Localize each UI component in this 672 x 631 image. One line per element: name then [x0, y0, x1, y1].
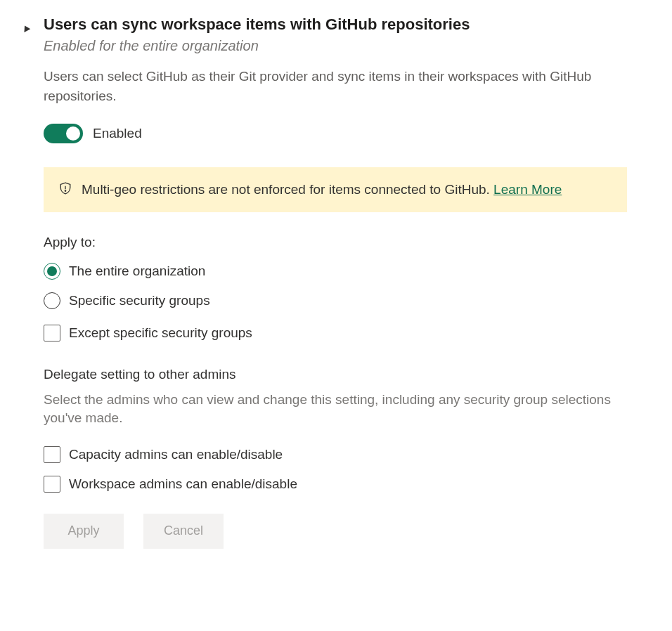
enabled-toggle[interactable] [44, 124, 83, 143]
checkbox-capacity-admins-label: Capacity admins can enable/disable [69, 447, 283, 462]
learn-more-link[interactable]: Learn More [493, 182, 562, 197]
checkbox-except-groups[interactable] [44, 325, 60, 341]
delegate-description: Select the admins who can view and chang… [44, 391, 627, 428]
cancel-button[interactable]: Cancel [143, 514, 224, 549]
delegate-heading: Delegate setting to other admins [44, 367, 651, 382]
enabled-toggle-label: Enabled [93, 126, 142, 141]
apply-to-label: Apply to: [44, 235, 651, 250]
collapse-icon[interactable] [22, 24, 31, 32]
checkbox-workspace-admins[interactable] [44, 476, 60, 493]
checkbox-capacity-admins[interactable] [44, 446, 60, 463]
shield-icon [59, 182, 72, 195]
setting-status: Enabled for the entire organization [44, 38, 651, 54]
checkbox-except-groups-label: Except specific security groups [69, 325, 252, 341]
setting-description: Users can select GitHub as their Git pro… [44, 67, 627, 105]
info-banner: Multi-geo restrictions are not enforced … [44, 167, 627, 212]
banner-text: Multi-geo restrictions are not enforced … [82, 182, 493, 197]
checkbox-workspace-admins-label: Workspace admins can enable/disable [69, 476, 297, 492]
svg-point-1 [65, 190, 65, 191]
radio-entire-org[interactable] [44, 263, 60, 280]
radio-specific-groups-label: Specific security groups [69, 293, 210, 308]
radio-specific-groups[interactable] [44, 292, 60, 309]
radio-entire-org-label: The entire organization [69, 264, 205, 279]
setting-title: Users can sync workspace items with GitH… [44, 15, 651, 34]
apply-button[interactable]: Apply [44, 514, 124, 549]
toggle-knob [66, 126, 80, 141]
